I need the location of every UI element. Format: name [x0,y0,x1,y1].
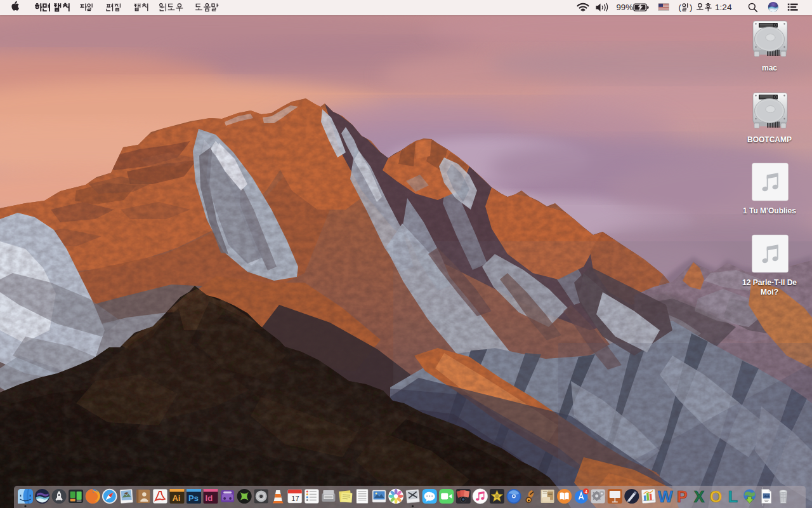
svg-text:99%: 99% [617,3,634,12]
svg-text:17: 17 [291,495,299,502]
svg-text:Id: Id [206,493,213,503]
svg-text:Ai: Ai [172,493,180,503]
svg-text:): ) [690,3,692,12]
svg-text:L: L [728,488,737,505]
svg-text:Ps: Ps [188,493,199,503]
svg-text:W: W [658,488,673,505]
svg-text:X: X [694,488,705,505]
svg-text:1:24: 1:24 [715,3,732,12]
svg-text:(: ( [679,3,682,12]
svg-text:P: P [677,488,688,505]
svg-text:4: 4 [585,489,587,495]
svg-text:O: O [710,488,722,505]
